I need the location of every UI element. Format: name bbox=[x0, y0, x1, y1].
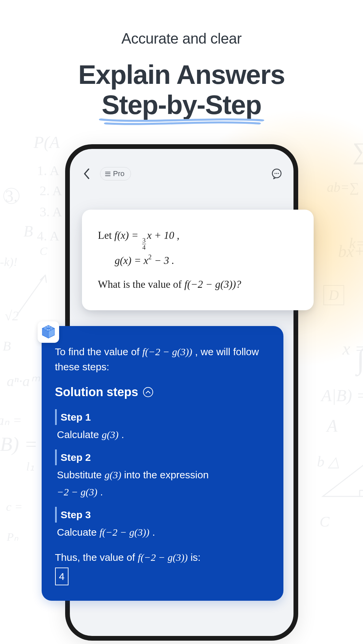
doodle: √2 bbox=[5, 308, 19, 324]
solution-steps-header[interactable]: Solution steps bbox=[55, 383, 270, 401]
collapse-toggle[interactable] bbox=[143, 387, 153, 397]
pro-label: Pro bbox=[113, 169, 125, 178]
step-title: Step 2 bbox=[55, 449, 270, 465]
ai-assistant-badge bbox=[38, 321, 59, 343]
doodle: P(A bbox=[34, 132, 60, 152]
back-button[interactable] bbox=[79, 166, 94, 181]
math: x + 10 , bbox=[147, 229, 180, 241]
doodle: ab=∑ bbox=[327, 179, 359, 195]
doodle: 3. A bbox=[40, 204, 62, 220]
step-body: Calculate g(3) . bbox=[55, 427, 270, 442]
doodle: D bbox=[323, 285, 344, 305]
doodle: k=0 bbox=[349, 235, 363, 252]
doodle: 1. A bbox=[37, 163, 59, 178]
text: . bbox=[97, 486, 103, 497]
doodle: x = bbox=[343, 339, 363, 359]
text: Calculate bbox=[57, 429, 102, 440]
step-body: Calcuate f(−2 − g(3)) . bbox=[55, 525, 270, 540]
math: f bbox=[115, 229, 118, 241]
chat-bubble-icon bbox=[271, 168, 283, 180]
text: . bbox=[149, 527, 155, 538]
doodle: C bbox=[40, 245, 47, 258]
doodle: ∫ f bbox=[357, 342, 363, 376]
app-topbar: Pro bbox=[70, 149, 293, 184]
math: g(3) bbox=[102, 429, 119, 440]
step-body: Substitute g(3) into the expression −2 −… bbox=[55, 467, 270, 499]
question-card: Let f(x) = 34x + 10 , g(x) = x2 − 3 . Wh… bbox=[82, 210, 314, 310]
marketing-headline: Accurate and clear Explain Answers Step-… bbox=[0, 0, 363, 120]
text: into the expression bbox=[121, 469, 209, 480]
conclusion: Thus, the value of f(−2 − g(3)) is: bbox=[55, 550, 270, 565]
math: −2 − g(3) bbox=[57, 486, 97, 497]
doodle: c = bbox=[6, 500, 22, 514]
math: f(−2 − g(3)) bbox=[138, 552, 188, 563]
doodle: 4. A bbox=[37, 228, 59, 244]
text: is: bbox=[188, 552, 200, 563]
doodle: B bbox=[3, 338, 11, 354]
doodle: aₙ = bbox=[0, 413, 22, 428]
underline-scribble-icon bbox=[98, 116, 265, 126]
arrow-doodle bbox=[13, 268, 54, 320]
final-answer-box: 4 bbox=[55, 568, 69, 585]
chevron-left-icon bbox=[83, 168, 90, 179]
svg-point-3 bbox=[278, 173, 279, 174]
doodle: bx+C bbox=[338, 241, 363, 261]
headline-line1: Explain Answers bbox=[78, 60, 285, 90]
headline-title: Explain Answers Step-by-Step bbox=[0, 60, 363, 120]
text: . bbox=[119, 429, 124, 440]
exponent: 2 bbox=[148, 253, 152, 261]
question-line3: What is the value of f(−2 − g(3))? bbox=[98, 275, 300, 294]
step-2: Step 2 Substitute g(3) into the expressi… bbox=[55, 449, 270, 499]
doodle: ∑ bbox=[353, 138, 363, 165]
doodle: B) = bbox=[0, 433, 38, 456]
math: g(3) bbox=[104, 469, 121, 480]
step-3: Step 3 Calcuate f(−2 − g(3)) . bbox=[55, 507, 270, 540]
doodle: l₁ bbox=[26, 460, 34, 474]
headline-emphasis: Step-by-Step bbox=[102, 90, 261, 120]
doodle: C bbox=[320, 513, 329, 530]
text: To find the value of bbox=[55, 346, 142, 357]
text: What is the value of bbox=[98, 278, 184, 290]
math: (x) = bbox=[117, 229, 141, 241]
math: f(−2 − g(3)) bbox=[99, 527, 149, 538]
math: g(x) = x bbox=[115, 255, 148, 266]
math: f(−2 − g(3)) bbox=[142, 346, 192, 357]
triangle-doodle bbox=[319, 460, 363, 501]
chat-button[interactable] bbox=[269, 166, 284, 181]
question-line2: g(x) = x2 − 3 . bbox=[98, 251, 300, 270]
text: Let bbox=[98, 229, 115, 241]
doodle: Pₙ bbox=[7, 530, 18, 543]
doodle: 2. A bbox=[40, 183, 62, 199]
doodle: b △ bbox=[317, 453, 339, 470]
svg-point-2 bbox=[276, 173, 277, 174]
step-1: Step 1 Calculate g(3) . bbox=[55, 409, 270, 442]
doodle: -k)! bbox=[0, 255, 17, 269]
chevron-up-icon bbox=[145, 390, 151, 394]
answer-card: To find the value of f(−2 − g(3)) , we w… bbox=[42, 326, 283, 601]
solution-steps-label: Solution steps bbox=[55, 383, 138, 401]
doodle: 3. bbox=[3, 188, 19, 204]
step-title: Step 1 bbox=[55, 409, 270, 425]
svg-point-1 bbox=[274, 173, 275, 174]
doodle: A bbox=[327, 416, 337, 436]
denominator: 4 bbox=[142, 244, 146, 251]
text: Thus, the value of bbox=[55, 552, 138, 563]
doodle: aⁿ·aᵐ bbox=[7, 372, 39, 390]
hamburger-icon bbox=[105, 172, 110, 176]
numerator: 3 bbox=[142, 237, 146, 244]
math: − 3 . bbox=[152, 255, 174, 266]
text: Calcuate bbox=[57, 527, 100, 538]
pro-pill[interactable]: Pro bbox=[100, 167, 131, 180]
doodle: A|B) = f bbox=[321, 386, 363, 405]
text: Substitute bbox=[57, 469, 105, 480]
fraction: 34 bbox=[142, 237, 146, 251]
step-title: Step 3 bbox=[55, 507, 270, 523]
question-line1: Let f(x) = 34x + 10 , bbox=[98, 226, 300, 251]
answer-intro: To find the value of f(−2 − g(3)) , we w… bbox=[55, 344, 270, 374]
cube-icon bbox=[40, 324, 56, 340]
doodle: B bbox=[24, 222, 33, 240]
topbar-left-group: Pro bbox=[79, 166, 131, 181]
headline-emphasis-text: Step-by-Step bbox=[102, 90, 261, 120]
headline-tagline: Accurate and clear bbox=[0, 30, 363, 47]
math: f(−2 − g(3))? bbox=[184, 278, 241, 290]
